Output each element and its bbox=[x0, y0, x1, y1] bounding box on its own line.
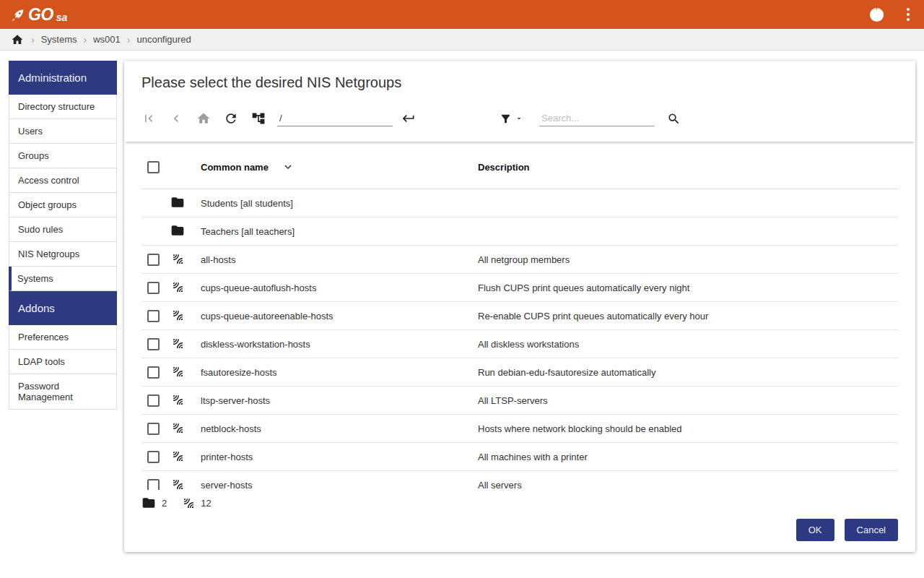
table-row-printer-hosts[interactable]: printer-hostsAll machines with a printer bbox=[141, 443, 898, 471]
row-description: All netgroup members bbox=[478, 246, 898, 274]
row-checkbox[interactable] bbox=[147, 338, 160, 350]
table-row-cups-queue-autoreenable-hosts[interactable]: cups-queue-autoreenable-hostsRe-enable C… bbox=[141, 302, 898, 330]
column-header-common-name: Common name bbox=[201, 162, 269, 173]
row-description: Re-enable CUPS print queues automaticall… bbox=[478, 302, 898, 330]
logo-text-main: GO bbox=[28, 7, 53, 23]
netgroup-list: Common name Description Students [all st… bbox=[124, 142, 915, 490]
row-description: Run debian-edu-fsautoresize automaticall… bbox=[478, 358, 898, 387]
row-description bbox=[478, 217, 898, 246]
row-checkbox[interactable] bbox=[147, 282, 160, 294]
row-description: All machines with a printer bbox=[478, 443, 898, 471]
netgroup-icon bbox=[170, 392, 185, 407]
row-checkbox[interactable] bbox=[147, 254, 160, 266]
sidebar-item-directory-structure[interactable]: Directory structure bbox=[9, 95, 117, 119]
row-name[interactable]: server-hosts bbox=[201, 471, 478, 491]
sidebar-item-nis-netgroups[interactable]: NIS Netgroups bbox=[9, 242, 117, 267]
table-header-row: Common name Description bbox=[141, 142, 898, 189]
kebab-menu-icon[interactable] bbox=[902, 7, 914, 22]
sidebar: AdministrationDirectory structureUsersGr… bbox=[9, 61, 117, 410]
row-name[interactable]: Students [all students] bbox=[201, 189, 478, 217]
table-row-server-hosts[interactable]: server-hostsAll servers bbox=[141, 471, 898, 491]
row-name[interactable]: netblock-hosts bbox=[201, 415, 478, 443]
row-checkbox[interactable] bbox=[147, 423, 160, 435]
list-toolbar bbox=[141, 110, 898, 127]
ok-button[interactable]: OK bbox=[796, 519, 834, 541]
sidebar-item-systems[interactable]: Systems bbox=[9, 267, 117, 291]
netgroup-icon bbox=[170, 251, 185, 266]
gosa-logo[interactable]: GO sa bbox=[10, 7, 67, 23]
netgroup-icon bbox=[170, 477, 185, 490]
folder-icon bbox=[170, 223, 185, 238]
sidebar-item-groups[interactable]: Groups bbox=[9, 144, 117, 168]
row-checkbox[interactable] bbox=[147, 479, 160, 490]
table-row-all-hosts[interactable]: all-hostsAll netgroup members bbox=[141, 246, 898, 274]
breadcrumb-separator-icon: › bbox=[84, 35, 87, 45]
cancel-button[interactable]: Cancel bbox=[845, 519, 898, 541]
back-icon[interactable] bbox=[169, 111, 183, 126]
sidebar-item-preferences[interactable]: Preferences bbox=[9, 325, 117, 350]
table-row-diskless-workstation-hosts[interactable]: diskless-workstation-hostsAll diskless w… bbox=[141, 330, 898, 358]
home-base-icon[interactable] bbox=[196, 111, 211, 126]
table-row-cups-queue-autoflush-hosts[interactable]: cups-queue-autoflush-hostsFlush CUPS pri… bbox=[141, 274, 898, 302]
sidebar-item-users[interactable]: Users bbox=[9, 119, 117, 144]
nis-netgroup-dialog: Please select the desired NIS Netgroups bbox=[124, 61, 915, 552]
base-path-input[interactable] bbox=[277, 111, 393, 126]
tree-view-icon[interactable] bbox=[251, 111, 266, 126]
row-name[interactable]: printer-hosts bbox=[201, 443, 478, 471]
select-all-checkbox[interactable] bbox=[147, 161, 160, 173]
table-row-netblock-hosts[interactable]: netblock-hostsHosts where network blocki… bbox=[141, 415, 898, 443]
sidebar-item-object-groups[interactable]: Object groups bbox=[9, 193, 117, 217]
row-name[interactable]: diskless-workstation-hosts bbox=[201, 330, 478, 358]
netgroup-table-body: Students [all students]Teachers [all tea… bbox=[141, 189, 898, 491]
breadcrumb-separator-icon: › bbox=[127, 35, 131, 45]
sidebar-item-password-management[interactable]: Password Management bbox=[9, 374, 117, 410]
filter-icon bbox=[500, 113, 512, 125]
table-row-ltsp-server-hosts[interactable]: ltsp-server-hostsAll LTSP-servers bbox=[141, 387, 898, 415]
row-name[interactable]: cups-queue-autoreenable-hosts bbox=[201, 302, 478, 330]
filter-menu[interactable] bbox=[500, 113, 523, 125]
sidebar-item-sudo-rules[interactable]: Sudo rules bbox=[9, 217, 117, 242]
column-header-description: Description bbox=[478, 162, 530, 173]
folder-icon bbox=[170, 195, 185, 210]
folder-icon bbox=[141, 496, 156, 510]
netgroup-icon bbox=[170, 308, 185, 322]
table-row-fsautoresize-hosts[interactable]: fsautoresize-hostsRun debian-edu-fsautor… bbox=[141, 358, 898, 387]
row-description bbox=[478, 189, 898, 217]
table-row-students-all-students[interactable]: Students [all students] bbox=[141, 189, 898, 217]
row-description: All diskless workstations bbox=[478, 330, 898, 358]
row-name[interactable]: fsautoresize-hosts bbox=[201, 358, 478, 387]
enter-icon[interactable] bbox=[401, 111, 416, 126]
row-name[interactable]: cups-queue-autoflush-hosts bbox=[201, 274, 478, 302]
dialog-title: Please select the desired NIS Netgroups bbox=[141, 74, 898, 91]
dialog-actions: OK Cancel bbox=[124, 516, 915, 541]
breadcrumb-item-systems[interactable]: Systems bbox=[41, 34, 77, 45]
row-checkbox[interactable] bbox=[147, 451, 160, 463]
netgroup-icon bbox=[170, 280, 185, 294]
table-row-teachers-all-teachers[interactable]: Teachers [all teachers] bbox=[141, 217, 898, 246]
clock-icon[interactable] bbox=[868, 7, 885, 23]
sidebar-item-ldap-tools[interactable]: LDAP tools bbox=[9, 350, 117, 374]
chevron-down-icon bbox=[515, 114, 523, 123]
row-checkbox[interactable] bbox=[147, 366, 160, 379]
breadcrumb-item-ws001[interactable]: ws001 bbox=[93, 34, 121, 45]
netgroup-icon bbox=[170, 364, 185, 379]
search-icon[interactable] bbox=[666, 111, 681, 126]
netgroup-icon bbox=[183, 497, 195, 509]
home-icon[interactable] bbox=[10, 33, 25, 47]
row-name[interactable]: all-hosts bbox=[201, 246, 478, 274]
root-icon[interactable] bbox=[141, 111, 156, 126]
row-checkbox[interactable] bbox=[147, 394, 160, 407]
object-counts-footer: 2 12 bbox=[124, 490, 915, 516]
netgroup-icon bbox=[170, 449, 185, 463]
row-name[interactable]: ltsp-server-hosts bbox=[201, 387, 478, 415]
dialog-header: Please select the desired NIS Netgroups bbox=[124, 61, 915, 142]
breadcrumb-item-unconfigured[interactable]: unconfigured bbox=[136, 34, 191, 45]
sidebar-item-access-control[interactable]: Access control bbox=[9, 168, 117, 193]
row-name[interactable]: Teachers [all teachers] bbox=[201, 217, 478, 246]
row-description: Flush CUPS print queues automatically ev… bbox=[478, 274, 898, 302]
rocket-icon bbox=[10, 8, 25, 23]
sort-chevron-icon[interactable] bbox=[282, 160, 295, 173]
search-input[interactable] bbox=[539, 111, 655, 126]
refresh-icon[interactable] bbox=[224, 111, 238, 126]
row-checkbox[interactable] bbox=[147, 310, 160, 322]
